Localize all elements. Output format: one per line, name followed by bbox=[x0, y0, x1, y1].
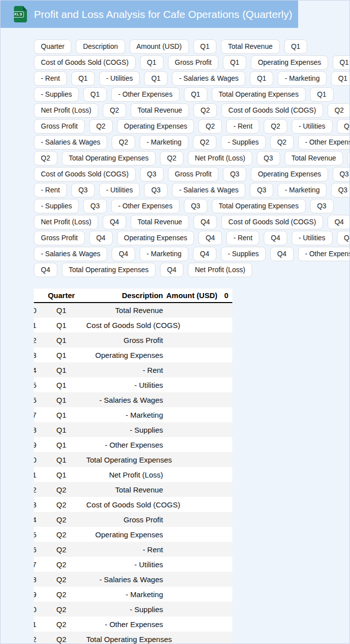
cell-value-chip[interactable]: Q1 bbox=[331, 71, 350, 86]
cell-value-chip[interactable]: Q4 bbox=[193, 247, 216, 261]
cell-value-chip[interactable]: Q1 bbox=[71, 71, 95, 86]
cell-value-chip[interactable]: Total Revenue bbox=[131, 103, 189, 118]
cell-value-chip[interactable]: - Supplies bbox=[34, 199, 79, 213]
cell-value-chip[interactable]: Q2 bbox=[337, 119, 350, 134]
cell-value-chip[interactable]: Total Revenue bbox=[131, 215, 189, 229]
cell-value-chip[interactable]: - Utilities bbox=[292, 231, 333, 245]
cell-value-chip[interactable]: - Utilities bbox=[99, 183, 140, 197]
cell-value-chip[interactable]: Net Profit (Loss) bbox=[188, 263, 252, 277]
cell-value-chip[interactable]: Total Operating Expenses bbox=[212, 87, 306, 102]
cell-value-chip[interactable]: Q2 bbox=[103, 103, 126, 118]
cell-value-chip[interactable]: Q4 bbox=[89, 231, 113, 245]
cell-value-chip[interactable]: - Supplies bbox=[34, 87, 79, 102]
cell-value-chip[interactable]: Cost of Goods Sold (COGS) bbox=[34, 55, 136, 70]
cell-value-chip[interactable]: Q2 bbox=[198, 119, 222, 134]
cell-value-chip[interactable]: Q1 bbox=[193, 39, 217, 54]
cell-value-chip[interactable]: - Rent bbox=[226, 231, 259, 245]
cell-value-chip[interactable]: Q4 bbox=[337, 231, 350, 245]
cell-value-chip[interactable]: Q3 bbox=[310, 199, 334, 213]
cell-value-chip[interactable]: - Salaries & Wages bbox=[172, 183, 245, 197]
cell-value-chip[interactable]: Amount (USD) bbox=[130, 39, 189, 54]
cell-value-chip[interactable]: Operating Expenses bbox=[117, 231, 194, 245]
cell-value-chip[interactable]: Q4 bbox=[264, 231, 287, 245]
cell-value-chip[interactable]: - Marketing bbox=[278, 71, 327, 86]
cell-value-chip[interactable]: Q3 bbox=[71, 183, 95, 197]
cell-value-chip[interactable]: Cost of Goods Sold (COGS) bbox=[34, 167, 136, 181]
cell-value-chip[interactable]: Operating Expenses bbox=[251, 55, 328, 70]
cell-value-chip[interactable]: Quarter bbox=[34, 39, 71, 54]
cell-value-chip[interactable]: - Marketing bbox=[278, 183, 327, 197]
cell-value-chip[interactable]: Q3 bbox=[144, 183, 168, 197]
spreadsheet-table-viewport[interactable]: Quarter Description Amount (USD) 0 0Q1To… bbox=[34, 289, 232, 644]
cell-value-chip[interactable]: Q1 bbox=[184, 87, 207, 102]
cell-value-chip[interactable]: Q3 bbox=[184, 199, 207, 213]
cell-value-chip[interactable]: Q4 bbox=[193, 215, 217, 229]
cell-value-chip[interactable]: - Salaries & Wages bbox=[172, 71, 245, 86]
cell-value-chip[interactable]: Operating Expenses bbox=[117, 119, 194, 134]
cell-value-chip[interactable]: Total Revenue bbox=[285, 151, 344, 165]
cell-value-chip[interactable]: - Other Expenses bbox=[111, 199, 179, 213]
cell-value-chip[interactable]: Q4 bbox=[328, 215, 350, 229]
cell-value-chip[interactable]: Q2 bbox=[328, 103, 350, 118]
cell-value-chip[interactable]: Total Operating Expenses bbox=[62, 151, 156, 165]
cell-value-chip[interactable]: Q1 bbox=[140, 55, 164, 70]
cell-value-chip[interactable]: Q2 bbox=[193, 135, 216, 150]
cell-value-chip[interactable]: Q2 bbox=[193, 103, 217, 118]
cell-value-chip[interactable]: Q2 bbox=[34, 151, 57, 165]
cell-value-chip[interactable]: - Other Expenses bbox=[298, 135, 350, 150]
cell-value-chip[interactable]: Q3 bbox=[331, 183, 350, 197]
cell-value-chip[interactable]: Q1 bbox=[144, 71, 168, 86]
cell-value-chip[interactable]: - Salaries & Wages bbox=[34, 135, 107, 150]
cell-value-chip[interactable]: Q3 bbox=[83, 199, 107, 213]
cell-value-chip[interactable]: - Rent bbox=[226, 119, 259, 134]
cell-value-chip[interactable]: - Marketing bbox=[140, 135, 188, 150]
cell-value-chip[interactable]: Gross Profit bbox=[168, 55, 219, 70]
cell-value-chip[interactable]: Q3 bbox=[257, 151, 280, 165]
cell-value-chip[interactable]: Q2 bbox=[160, 151, 183, 165]
cell-value-chip[interactable]: - Supplies bbox=[221, 135, 266, 150]
cell-value-chip[interactable]: Q2 bbox=[264, 119, 287, 134]
cell-value-chip[interactable]: Q4 bbox=[270, 247, 294, 261]
cell-value-chip[interactable]: Q1 bbox=[83, 87, 107, 102]
cell-value-chip[interactable]: Q2 bbox=[270, 135, 294, 150]
cell-value-chip[interactable]: Q4 bbox=[112, 247, 135, 261]
cell-value-chip[interactable]: Cost of Goods Sold (COGS) bbox=[221, 103, 323, 118]
cell-value-chip[interactable]: - Utilities bbox=[99, 71, 140, 86]
cell-value-chip[interactable]: - Rent bbox=[34, 183, 67, 197]
cell-value-chip[interactable]: Q1 bbox=[284, 39, 308, 54]
cell-value-chip[interactable]: Q4 bbox=[103, 215, 126, 229]
cell-value-chip[interactable]: - Salaries & Wages bbox=[34, 247, 107, 261]
cell-value-chip[interactable]: - Utilities bbox=[292, 119, 333, 134]
cell-value-chip[interactable]: Total Revenue bbox=[221, 39, 280, 54]
cell-value-chip[interactable]: Net Profit (Loss) bbox=[34, 215, 98, 229]
cell-value-chip[interactable]: Q1 bbox=[310, 87, 334, 102]
cell-value-chip[interactable]: Q4 bbox=[198, 231, 222, 245]
cell-value-chip[interactable]: Q2 bbox=[112, 135, 135, 150]
cell-value-chip[interactable]: Operating Expenses bbox=[251, 167, 328, 181]
cell-value-chip[interactable]: Net Profit (Loss) bbox=[188, 151, 252, 165]
cell-value-chip[interactable]: Q3 bbox=[140, 167, 164, 181]
cell-value-chip[interactable]: - Other Expenses bbox=[111, 87, 179, 102]
cell-value-chip[interactable]: Q1 bbox=[250, 71, 273, 86]
cell-value-chip[interactable]: Q4 bbox=[34, 263, 57, 277]
cell-value-chip[interactable]: Cost of Goods Sold (COGS) bbox=[221, 215, 323, 229]
cell-value-chip[interactable]: - Supplies bbox=[221, 247, 266, 261]
cell-value-chip[interactable]: Q3 bbox=[250, 183, 273, 197]
cell-value-chip[interactable]: Net Profit (Loss) bbox=[34, 103, 98, 118]
cell-value-chip[interactable]: Q3 bbox=[348, 151, 350, 165]
cell-value-chip[interactable]: Q1 bbox=[223, 55, 246, 70]
cell-value-chip[interactable]: Total Operating Expenses bbox=[212, 199, 306, 213]
cell-value-chip[interactable]: - Rent bbox=[34, 71, 67, 86]
cell-value-chip[interactable]: Gross Profit bbox=[34, 231, 85, 245]
cell-value-chip[interactable]: Q4 bbox=[160, 263, 183, 277]
cell-value-chip[interactable]: - Marketing bbox=[140, 247, 188, 261]
cell-value-chip[interactable]: Total Operating Expenses bbox=[62, 263, 156, 277]
cell-value-chip[interactable]: - Other Expenses bbox=[298, 247, 350, 261]
cell-value-chip[interactable]: Gross Profit bbox=[34, 119, 85, 134]
cell-value-chip[interactable]: Gross Profit bbox=[168, 167, 219, 181]
cell-value-chip[interactable]: Description bbox=[76, 39, 125, 54]
cell-value-chip[interactable]: Q2 bbox=[89, 119, 113, 134]
cell-value-chip[interactable]: Q3 bbox=[333, 167, 350, 181]
cell-value-chip[interactable]: Q1 bbox=[333, 55, 350, 70]
cell-value-chip[interactable]: Q3 bbox=[223, 167, 246, 181]
